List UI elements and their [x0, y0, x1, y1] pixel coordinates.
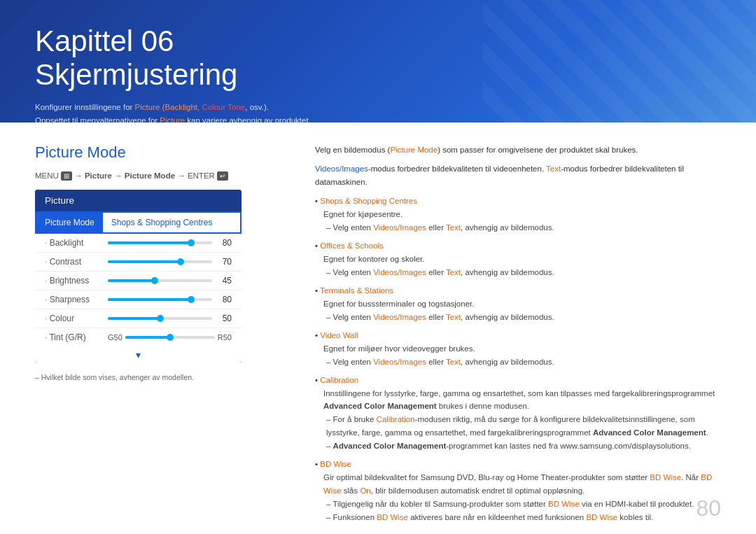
menu-path: MENU ⊞ → Picture → Picture Mode → ENTER …: [35, 171, 287, 180]
terminals-title: Terminals & Stations: [320, 286, 393, 295]
shops-sub: Velg enten Videos/Images eller Text, avh…: [326, 221, 721, 234]
contrast-value: 70: [212, 257, 232, 267]
intro-paragraph-2: Videos/Images-modus forbedrer bildekvali…: [315, 162, 721, 189]
bdwise-sub2: Funksjonen BD Wise aktiveres bare når en…: [326, 511, 721, 520]
videowall-sub: Velg enten Videos/Images eller Text, avh…: [326, 356, 721, 369]
list-item-offices: Offices & Schools Egnet for kontorer og …: [315, 239, 721, 279]
slider-row-contrast[interactable]: Contrast 70: [35, 253, 241, 272]
picture-panel: Picture Picture Mode Shops & Shopping Ce…: [35, 190, 241, 363]
shops-title: Shops & Shopping Centres: [320, 197, 417, 205]
chapter-name: Skjermjustering: [35, 58, 237, 91]
panel-footnote: Hvilket bilde som vises, avhenger av mod…: [35, 373, 287, 381]
picture-mode-ref: Picture Mode: [390, 146, 438, 154]
offices-title: Offices & Schools: [320, 241, 384, 250]
left-column: Picture Mode MENU ⊞ → Picture → Picture …: [35, 143, 287, 520]
calibration-desc: Innstillingene for lysstyrke, farge, gam…: [323, 387, 721, 414]
sharpness-value: 80: [212, 295, 232, 304]
offices-sub: Velg enten Videos/Images eller Text, avh…: [326, 266, 721, 279]
tint-label: Tint (G/R): [45, 332, 108, 342]
list-item-videowall: Video Wall Egnet for miljøer hvor videov…: [315, 329, 721, 369]
enter-icon: ↵: [217, 171, 228, 181]
list-item-calibration: Calibration Innstillingene for lysstyrke…: [315, 374, 721, 454]
text-ref: Text: [546, 164, 561, 173]
chapter-number: Kapittel 06: [35, 24, 174, 57]
chapter-title: Kapittel 06 Skjermjustering: [35, 24, 721, 92]
tint-g-value: G50: [108, 333, 122, 342]
backlight-label: Backlight: [45, 238, 108, 248]
intro-paragraph-1: Velg en bildemodus (Picture Mode) som pa…: [315, 143, 721, 157]
contrast-slider[interactable]: [108, 260, 212, 263]
backlight-slider[interactable]: [108, 241, 212, 244]
slider-row-backlight[interactable]: Backlight 80: [35, 234, 241, 253]
acm-ref1: Advanced Color Management: [323, 402, 437, 410]
feature-list: Shops & Shopping Centres Egnet for kjøpe…: [315, 195, 721, 520]
videos-images-ref: Videos/Images: [315, 164, 368, 173]
terminals-sub: Velg enten Videos/Images eller Text, avh…: [326, 311, 721, 324]
videowall-title: Video Wall: [320, 331, 358, 339]
colour-slider[interactable]: [108, 317, 212, 320]
bdwise-sub1: Tilgjengelig når du kobler til Samsung-p…: [326, 498, 721, 511]
bdwise-desc: Gir optimal bildekvalitet for Samsung DV…: [323, 471, 721, 498]
colour-value: 50: [212, 314, 232, 323]
brightness-value: 45: [212, 276, 232, 286]
slider-row-tint[interactable]: Tint (G/R) G50 R50: [35, 328, 241, 346]
main-content: Picture Mode MENU ⊞ → Picture → Picture …: [0, 122, 756, 534]
bdwise-title: BD Wise: [320, 460, 351, 468]
tint-slider[interactable]: G50 R50: [108, 333, 232, 342]
videowall-desc: Egnet for miljøer hvor videovegger bruke…: [323, 342, 721, 356]
slider-row-brightness[interactable]: Brightness 45: [35, 272, 241, 290]
panel-mode-value: Shops & Shopping Centres: [103, 213, 221, 232]
panel-scroll-down[interactable]: ▾: [35, 346, 241, 363]
panel-header: Picture: [35, 190, 241, 211]
section-title: Picture Mode: [35, 143, 287, 162]
calibration-sub1: For å bruke Calibration-modusen riktig, …: [326, 413, 721, 440]
page-header: Kapittel 06 Skjermjustering Konfigurer i…: [0, 0, 756, 122]
slider-row-sharpness[interactable]: Sharpness 80: [35, 290, 241, 309]
brightness-label: Brightness: [45, 276, 108, 286]
terminals-desc: Egnet for busssterminaler og togstasjone…: [323, 297, 721, 311]
panel-rows: Backlight 80 Contrast: [35, 234, 241, 346]
list-item-bdwise: BD Wise Gir optimal bildekvalitet for Sa…: [315, 458, 721, 520]
slider-row-colour[interactable]: Colour 50: [35, 309, 241, 328]
shops-desc: Egnet for kjøpesentre.: [323, 208, 721, 221]
sharpness-label: Sharpness: [45, 295, 108, 304]
backlight-value: 80: [212, 238, 232, 248]
contrast-label: Contrast: [45, 257, 108, 267]
list-item-shops: Shops & Shopping Centres Egnet for kjøpe…: [315, 195, 721, 234]
header-subtitle: Konfigurer innstillingene for Picture (B…: [35, 101, 721, 122]
calibration-title: Calibration: [320, 376, 358, 384]
menu-icon: ⊞: [61, 171, 72, 181]
tint-r-value: R50: [218, 333, 232, 342]
panel-selected-row[interactable]: Picture Mode Shops & Shopping Centres: [35, 211, 241, 234]
page-number: 80: [696, 496, 721, 521]
panel-mode-label: Picture Mode: [36, 213, 103, 232]
sharpness-slider[interactable]: [108, 298, 212, 301]
right-column: Velg en bildemodus (Picture Mode) som pa…: [315, 143, 721, 520]
colour-label: Colour: [45, 314, 108, 323]
offices-desc: Egnet for kontorer og skoler.: [323, 253, 721, 266]
list-item-terminals: Terminals & Stations Egnet for busssterm…: [315, 284, 721, 324]
brightness-slider[interactable]: [108, 279, 212, 282]
calibration-sub2: Advanced Color Management-programmet kan…: [326, 440, 721, 453]
